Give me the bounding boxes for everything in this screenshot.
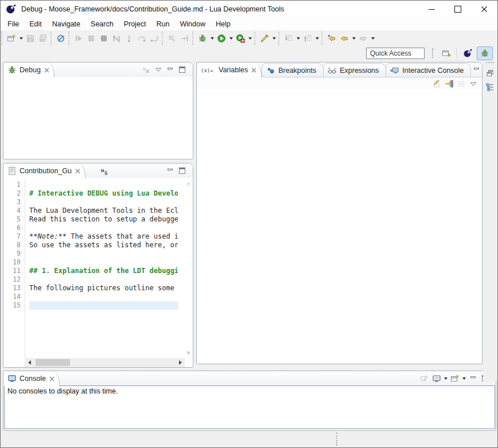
editor-line[interactable]: 10: [3, 258, 178, 267]
close-icon[interactable]: [251, 67, 257, 73]
quick-access-input[interactable]: Quick Access: [366, 48, 425, 59]
console-content: No consoles to display at this time.: [3, 385, 496, 430]
dropdown-arrow-icon[interactable]: [209, 32, 215, 45]
tab-contribution-guide[interactable]: Contribution_Gu: [3, 163, 85, 178]
dropdown-arrow-icon[interactable]: [271, 32, 277, 45]
restore-button[interactable]: [484, 67, 496, 79]
dropdown-arrow-icon[interactable]: [247, 32, 253, 45]
editor-line[interactable]: 13The following pictures outline some o: [3, 284, 178, 293]
tab-interactive-console[interactable]: Interactive Console: [386, 63, 471, 77]
scrollbar-thumb[interactable]: [36, 359, 70, 366]
editor-line[interactable]: 15: [3, 301, 178, 310]
menu-project[interactable]: Project: [119, 19, 151, 29]
minimize-button[interactable]: [467, 372, 479, 384]
perspective-debug-button[interactable]: [477, 46, 493, 60]
close-icon[interactable]: [44, 67, 50, 73]
minimize-button[interactable]: [164, 64, 176, 76]
dropdown-arrow-icon[interactable]: [369, 32, 376, 45]
view-menu-button[interactable]: [152, 64, 164, 76]
variables-icon: (x)=: [201, 66, 216, 74]
dropdown-arrow-icon[interactable]: [442, 372, 449, 385]
window-close-button[interactable]: [471, 1, 497, 18]
scroll-down-icon[interactable]: ∨: [186, 349, 190, 356]
dropdown-arrow-icon[interactable]: [295, 32, 301, 45]
menu-window[interactable]: Window: [175, 19, 211, 29]
close-icon[interactable]: [49, 376, 55, 382]
console-message-area[interactable]: No consoles to display at this time.: [4, 385, 495, 429]
menu-run[interactable]: Run: [151, 19, 175, 29]
editor-window-actions: [164, 163, 193, 178]
tab-console[interactable]: Console: [3, 371, 60, 386]
show-type-names-button[interactable]: [431, 78, 443, 90]
show-logical-structures-button[interactable]: [443, 78, 455, 90]
tab-variables[interactable]: (x)=Variables: [197, 63, 262, 77]
editor-overflow-chevron[interactable]: »5: [100, 166, 107, 176]
new-wizard-button[interactable]: [5, 32, 18, 45]
markdown-file-icon: [7, 166, 17, 176]
dropdown-arrow-icon[interactable]: [314, 32, 320, 45]
back-icon: [340, 34, 349, 43]
external-tools-button[interactable]: [258, 32, 271, 45]
editor-line[interactable]: 12: [3, 275, 178, 284]
menu-search[interactable]: Search: [85, 19, 119, 29]
view-menu-button[interactable]: [467, 78, 479, 90]
status-bar-drag-handle[interactable]: [336, 433, 337, 446]
open-console-button[interactable]: [449, 372, 461, 384]
tab-debug[interactable]: Debug: [3, 63, 55, 77]
maximize-button[interactable]: [176, 64, 188, 76]
menu-navigate[interactable]: Navigate: [47, 19, 85, 29]
skip-all-breakpoints-button[interactable]: [55, 32, 67, 45]
editor-line[interactable]: 1: [3, 181, 178, 189]
minimize-icon: [167, 67, 174, 73]
back-button[interactable]: [338, 32, 351, 45]
editor-line[interactable]: 8So use the assets as listed here, or y: [3, 241, 178, 250]
view-menu-icon: [470, 81, 477, 87]
disconnect-icon: [112, 34, 121, 43]
editor-line[interactable]: 5Read this section to setup a debugger: [3, 215, 178, 224]
debug-launch-button[interactable]: [196, 32, 209, 45]
last-edit-location-button[interactable]: [325, 32, 338, 45]
show-logical-structures-icon: [445, 79, 454, 88]
trim-drag-handle[interactable]: [486, 62, 494, 65]
tab-breakpoints[interactable]: Breakpoints: [262, 63, 324, 77]
menu-file[interactable]: File: [2, 19, 24, 29]
editor-line[interactable]: 6: [3, 224, 178, 232]
outline-view-button[interactable]: [484, 81, 496, 93]
editor-line[interactable]: 11## 1. Explanation of the LDT debuggin: [3, 267, 178, 275]
window-maximize-button[interactable]: [445, 1, 471, 18]
dropdown-arrow-icon[interactable]: [18, 32, 24, 45]
editor-content[interactable]: 12# Interactive DEBUG using Lua Develop3…: [3, 178, 193, 367]
maximize-button[interactable]: [176, 165, 188, 177]
scroll-up-icon[interactable]: ∧: [186, 181, 190, 187]
editor-line[interactable]: 3: [3, 198, 178, 207]
editor-line[interactable]: 4The Lua Development Tools in the Ecli: [3, 207, 178, 215]
menu-help[interactable]: Help: [211, 19, 236, 29]
editor-line[interactable]: 7**Note:** The assets that are used in: [3, 232, 178, 241]
editor-line[interactable]: 9: [3, 250, 178, 258]
close-icon[interactable]: [75, 168, 81, 174]
line-number: 1: [3, 181, 25, 189]
minimize-button[interactable]: [470, 64, 483, 76]
variables-content[interactable]: [197, 89, 482, 364]
perspective-lua-button[interactable]: [460, 46, 476, 60]
window-minimize-button[interactable]: [418, 1, 445, 18]
line-text: [29, 198, 178, 207]
editor-line[interactable]: 14: [3, 293, 178, 301]
scroll-right-icon[interactable]: [176, 358, 185, 367]
dropdown-arrow-icon[interactable]: [228, 32, 234, 45]
scrollbar-track[interactable]: [34, 358, 176, 367]
toolbar-drag-handle[interactable]: [432, 48, 434, 58]
open-perspective-button[interactable]: [438, 46, 454, 60]
editor-line[interactable]: 2# Interactive DEBUG using Lua Develop: [3, 189, 178, 198]
scroll-left-icon[interactable]: [25, 358, 34, 367]
run-launch-button[interactable]: [215, 32, 228, 45]
tab-expressions[interactable]: xyExpressions: [323, 63, 386, 77]
dropdown-arrow-icon[interactable]: [461, 372, 467, 385]
dropdown-arrow-icon[interactable]: [351, 32, 357, 45]
horizontal-scrollbar[interactable]: [25, 358, 185, 367]
menu-edit[interactable]: Edit: [24, 19, 47, 29]
minimize-button[interactable]: [164, 165, 176, 177]
display-selected-console-button[interactable]: [430, 372, 442, 384]
coverage-launch-button[interactable]: [234, 32, 247, 45]
debug-view-content[interactable]: [3, 77, 193, 159]
